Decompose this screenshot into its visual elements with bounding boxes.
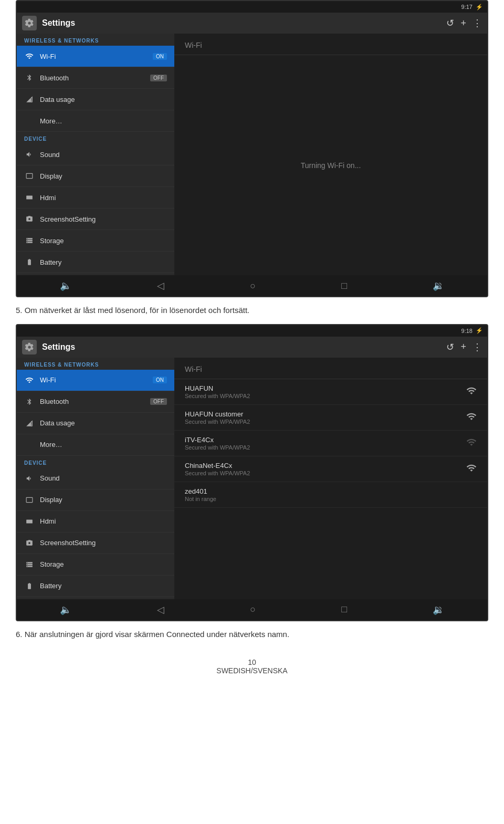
display-label-2: Display <box>40 496 167 504</box>
bluetooth-label-1: Bluetooth <box>40 74 145 82</box>
more-icon-1 <box>24 116 35 126</box>
sound-icon-1 <box>24 149 35 160</box>
sidebar-item-bluetooth-2[interactable]: Bluetooth OFF <box>17 391 174 413</box>
recents-icon-2[interactable]: □ <box>341 604 347 615</box>
battery-charging-icon-2: ⚡ <box>476 327 483 334</box>
bluetooth-label-2: Bluetooth <box>40 398 145 405</box>
volume-up-icon-1[interactable]: 🔉 <box>433 280 444 291</box>
sidebar-item-sound-2[interactable]: Sound <box>17 468 174 489</box>
back-icon-1[interactable]: ◁ <box>157 280 164 291</box>
sidebar-item-display-2[interactable]: Display <box>17 489 174 511</box>
wifi-network-huafun-customer[interactable]: HUAFUN customer Secured with WPA/WPA2 <box>174 405 487 431</box>
wifi-huafun-desc: Secured with WPA/WPA2 <box>185 393 466 399</box>
wifi-label-1: Wi-Fi <box>40 53 148 60</box>
recents-icon-1[interactable]: □ <box>341 280 347 291</box>
screenshot-label-2: ScreenshotSetting <box>40 539 167 547</box>
wifi-chinanet-desc: Secured with WPA/WPA2 <box>185 470 466 476</box>
screen1-content: WIRELESS & NETWORKS Wi-Fi ON Bluetooth O… <box>17 34 487 275</box>
sidebar-item-more-1[interactable]: More… <box>17 110 174 132</box>
wifi-network-itv[interactable]: iTV-E4Cx Secured with WPA/WPA2 <box>174 431 487 456</box>
app-bar-title-2: Settings <box>42 342 441 352</box>
settings-app-icon <box>22 16 37 30</box>
sidebar-item-hdmi-1[interactable]: Hdmi <box>17 187 174 208</box>
data-label-2: Data usage <box>40 419 167 427</box>
page-number: 10 <box>0 658 504 666</box>
refresh-icon-2[interactable]: ↺ <box>446 341 454 353</box>
back-icon-2[interactable]: ◁ <box>157 604 164 616</box>
refresh-icon-1[interactable]: ↺ <box>446 17 454 29</box>
wifi-network-chinanet[interactable]: ChinaNet-E4Cx Secured with WPA/WPA2 <box>174 456 487 482</box>
home-icon-1[interactable]: ○ <box>250 280 256 291</box>
sidebar-item-storage-1[interactable]: Storage <box>17 230 174 252</box>
panel-title-1: Wi-Fi <box>174 34 487 55</box>
data-icon-1 <box>24 94 35 105</box>
display-icon-2 <box>24 495 35 505</box>
section-wireless-header-1: WIRELESS & NETWORKS <box>17 34 174 46</box>
wifi-huafun-signal-icon <box>466 385 477 398</box>
sidebar-item-battery-2[interactable]: Battery <box>17 576 174 597</box>
battery-label-1: Battery <box>40 258 167 266</box>
sidebar-item-hdmi-2[interactable]: Hdmi <box>17 511 174 533</box>
add-icon-2[interactable]: + <box>460 341 466 352</box>
sidebar-item-screenshot-2[interactable]: ScreenshotSetting <box>17 533 174 554</box>
more-label-1: More… <box>40 117 167 125</box>
sidebar-item-sound-1[interactable]: Sound <box>17 144 174 165</box>
sidebar-item-data-2[interactable]: Data usage <box>17 413 174 434</box>
instruction-text-1: Om nätverket är låst med lösenord, för i… <box>25 306 250 315</box>
wifi-network-list: HUAFUN Secured with WPA/WPA2 HUAFUN cust… <box>174 379 487 508</box>
sidebar-item-data-1[interactable]: Data usage <box>17 89 174 110</box>
sidebar-item-apps-2[interactable]: Apps <box>17 597 174 599</box>
sidebar-item-apps-1[interactable]: Apps <box>17 273 174 275</box>
sidebar-item-screenshot-1[interactable]: ScreenshotSetting <box>17 208 174 230</box>
panel-body-1: Turning Wi-Fi on... <box>174 55 487 275</box>
wifi-badge-2: ON <box>153 377 167 383</box>
app-bar-1: Settings ↺ + ⋮ <box>17 13 487 34</box>
sidebar-item-battery-1[interactable]: Battery <box>17 252 174 273</box>
nav-bar-1: 🔈 ◁ ○ □ 🔉 <box>17 275 487 296</box>
sidebar-item-wifi-2[interactable]: Wi-Fi ON <box>17 370 174 391</box>
add-icon-1[interactable]: + <box>460 18 466 29</box>
sidebar-item-storage-2[interactable]: Storage <box>17 554 174 576</box>
storage-label-2: Storage <box>40 560 167 568</box>
volume-down-icon-2[interactable]: 🔈 <box>60 604 71 616</box>
sidebar-item-more-2[interactable]: More… <box>17 434 174 456</box>
screen1-frame: 9:17 ⚡ Settings ↺ + ⋮ WIRELESS & NETWORK… <box>16 0 488 297</box>
wifi-itv-signal-icon <box>466 437 477 450</box>
wifi-huafun-customer-signal-icon <box>466 411 477 424</box>
battery-label-2: Battery <box>40 582 167 590</box>
wifi-huafun-info: HUAFUN Secured with WPA/WPA2 <box>185 384 466 399</box>
wifi-network-huafun[interactable]: HUAFUN Secured with WPA/WPA2 <box>174 379 487 405</box>
bluetooth-badge-2: OFF <box>150 398 167 405</box>
display-label-1: Display <box>40 172 167 180</box>
time-display-2: 9:18 <box>461 328 472 334</box>
sidebar-item-display-1[interactable]: Display <box>17 165 174 187</box>
battery-icon-1 <box>24 257 35 267</box>
wifi-huafun-customer-name: HUAFUN customer <box>185 410 466 418</box>
hdmi-icon-1 <box>24 192 35 203</box>
instruction-2: 6. När anslutningen är gjord visar skärm… <box>0 621 504 648</box>
volume-up-icon-2[interactable]: 🔉 <box>433 604 444 616</box>
home-icon-2[interactable]: ○ <box>250 604 256 615</box>
sound-label-2: Sound <box>40 474 167 482</box>
right-panel-2: Wi-Fi HUAFUN Secured with WPA/WPA2 HUAFU… <box>174 358 487 599</box>
wifi-itv-desc: Secured with WPA/WPA2 <box>185 444 466 451</box>
hdmi-label-2: Hdmi <box>40 517 167 525</box>
volume-down-icon-1[interactable]: 🔈 <box>60 280 71 291</box>
data-label-1: Data usage <box>40 96 167 103</box>
wifi-network-zed401[interactable]: zed401 Not in range <box>174 482 487 508</box>
storage-icon-1 <box>24 235 35 246</box>
sidebar-item-bluetooth-1[interactable]: Bluetooth OFF <box>17 67 174 89</box>
instruction-1: 5. Om nätverket är låst med lösenord, fö… <box>0 297 504 324</box>
instruction-number-2: 6. <box>16 630 23 639</box>
wifi-huafun-customer-info: HUAFUN customer Secured with WPA/WPA2 <box>185 410 466 425</box>
wifi-itv-info: iTV-E4Cx Secured with WPA/WPA2 <box>185 436 466 451</box>
bluetooth-icon-1 <box>24 72 35 83</box>
app-bar-2: Settings ↺ + ⋮ <box>17 337 487 358</box>
more-label-2: More… <box>40 441 167 448</box>
overflow-icon-1[interactable]: ⋮ <box>472 17 482 29</box>
wifi-icon-2 <box>24 375 35 385</box>
screenshot-label-1: ScreenshotSetting <box>40 215 167 223</box>
overflow-icon-2[interactable]: ⋮ <box>472 341 482 353</box>
svg-rect-0 <box>26 196 33 200</box>
sidebar-item-wifi-1[interactable]: Wi-Fi ON <box>17 46 174 67</box>
